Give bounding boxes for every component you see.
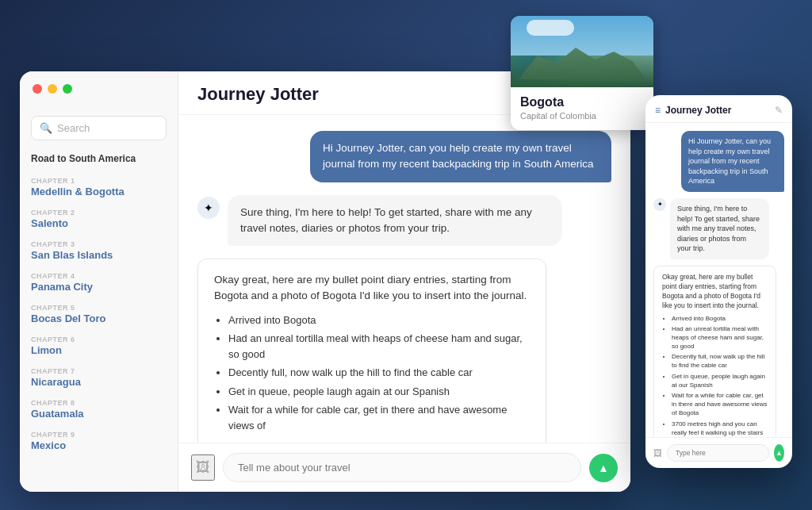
sidebar-chapter-item[interactable]: CHAPTER 6 Limon: [20, 332, 178, 364]
input-bar: 🖼 ▲: [178, 443, 630, 492]
chapter-list: CHAPTER 1 Medellin & Bogotta CHAPTER 2 S…: [20, 174, 178, 459]
bogota-card: Bogota Capital of Colombia: [511, 16, 653, 130]
sidebar-chapter-item[interactable]: CHAPTER 2 Salento: [20, 205, 178, 237]
bogota-info: Bogota Capital of Colombia: [511, 87, 653, 130]
phone-user-message-1: Hi Journey Jotter, can you help create m…: [681, 131, 784, 192]
phone-ai-bubble-1: Sure thing, I'm here to help! To get sta…: [670, 198, 769, 259]
ai-message-1: ✦ Sure thing, I'm here to help! To get s…: [197, 195, 562, 247]
phone-diary-card: Okay great, here are my bullet point dia…: [653, 266, 776, 437]
send-button[interactable]: ▲: [589, 454, 618, 482]
chapter-label: CHAPTER 7: [31, 367, 167, 375]
sidebar-chapter-item[interactable]: CHAPTER 8 Guatamala: [20, 396, 178, 428]
diary-item: Get in queue, people laugh again at our …: [228, 384, 530, 400]
phone-photo-icon[interactable]: 🖼: [653, 448, 662, 458]
phone-diary-intro: Okay great, here are my bullet point dia…: [662, 273, 768, 311]
search-box[interactable]: 🔍 Search: [31, 116, 167, 140]
phone-send-button[interactable]: ▲: [774, 444, 784, 462]
diary-item: Decently full, now walk up the hill to f…: [228, 365, 530, 381]
search-icon: 🔍: [40, 122, 52, 134]
chapter-title[interactable]: Panama City: [31, 281, 167, 293]
bogota-city-name: Bogota: [520, 95, 644, 109]
chapter-label: CHAPTER 9: [31, 431, 167, 439]
phone-diary-list: Arrived into BogotaHad an unreal tortill…: [662, 314, 768, 438]
chapter-label: CHAPTER 3: [31, 240, 167, 248]
chapter-label: CHAPTER 5: [31, 304, 167, 312]
chapter-title[interactable]: Salento: [31, 217, 167, 229]
phone-diary-item: Arrived into Bogota: [672, 314, 768, 323]
phone-input-bar: 🖼 ▲: [645, 437, 792, 468]
sidebar: 🔍 Search Road to South America CHAPTER 1…: [20, 71, 178, 492]
sidebar-chapter-item[interactable]: CHAPTER 5 Bocas Del Toro: [20, 301, 178, 332]
chapter-title[interactable]: San Blas Islands: [31, 249, 167, 261]
phone-edit-icon[interactable]: ✎: [775, 105, 783, 116]
sidebar-chapter-item[interactable]: CHAPTER 9 Mexico: [20, 428, 178, 459]
phone-menu-icon[interactable]: ≡: [655, 105, 661, 116]
phone-chat-input[interactable]: [667, 444, 769, 462]
diary-item: Had an unreal tortilla meal with heaps o…: [228, 331, 530, 362]
chapter-label: CHAPTER 2: [31, 209, 167, 217]
maximize-button[interactable]: [63, 84, 72, 94]
chapter-title[interactable]: Nicaragua: [31, 376, 167, 388]
diary-item: Wait for a while for cable car, get in t…: [228, 402, 530, 433]
main-content: Journey Jotter Hi Journey Jotter, can yo…: [178, 71, 630, 492]
chapter-title[interactable]: Limon: [31, 344, 167, 356]
ai-avatar: ✦: [197, 197, 220, 219]
chapter-title[interactable]: Guatamala: [31, 408, 167, 420]
phone-window: ≡ Journey Jotter ✎ Hi Journey Jotter, ca…: [645, 95, 792, 468]
phone-title: Journey Jotter: [665, 105, 731, 116]
chapter-title[interactable]: Medellin & Bogotta: [31, 186, 167, 197]
window-controls: [33, 84, 72, 94]
phone-chat: Hi Journey Jotter, can you help create m…: [645, 123, 792, 437]
diary-list: Arrived into BogotaHad an unreal tortill…: [214, 313, 530, 434]
main-window: 🔍 Search Road to South America CHAPTER 1…: [20, 71, 630, 492]
chapter-title[interactable]: Bocas Del Toro: [31, 313, 167, 324]
chapter-title[interactable]: Mexico: [31, 439, 167, 451]
chapter-label: CHAPTER 8: [31, 399, 167, 407]
phone-ai-avatar: ✦: [653, 198, 666, 211]
ai-bubble-1: Sure thing, I'm here to help! To get sta…: [228, 195, 562, 247]
minimize-button[interactable]: [48, 84, 57, 94]
search-label: Search: [57, 122, 90, 134]
bogota-city-subtitle: Capital of Colombia: [520, 111, 644, 121]
phone-diary-item: Wait for a while for cable car, get in t…: [672, 391, 768, 418]
diary-card: Okay great, here are my bullet point dia…: [197, 259, 546, 443]
sidebar-chapter-item[interactable]: CHAPTER 1 Medellin & Bogotta: [20, 174, 178, 205]
chat-input[interactable]: [223, 453, 581, 482]
chapter-label: CHAPTER 4: [31, 272, 167, 280]
phone-header: ≡ Journey Jotter ✎: [645, 95, 792, 123]
diary-item: Arrived into Bogota: [228, 313, 530, 328]
chapter-label: CHAPTER 1: [31, 177, 167, 185]
close-button[interactable]: [33, 84, 42, 94]
sidebar-section-title: Road to South America: [20, 153, 178, 174]
chat-area: Hi Journey Jotter, can you help create m…: [178, 115, 630, 443]
chapter-label: CHAPTER 6: [31, 336, 167, 343]
phone-diary-item: Decently full, now walk up the hill to f…: [672, 352, 768, 370]
phone-diary-item: 3700 metres high and you can really feel…: [672, 420, 768, 437]
sidebar-chapter-item[interactable]: CHAPTER 7 Nicaragua: [20, 364, 178, 396]
sidebar-chapter-item[interactable]: CHAPTER 4 Panama City: [20, 269, 178, 301]
phone-diary-item: Get in queue, people laugh again at our …: [672, 372, 768, 389]
phone-diary-item: Had an unreal tortilla meal with heaps o…: [672, 324, 768, 351]
sidebar-chapter-item[interactable]: CHAPTER 3 San Blas Islands: [20, 237, 178, 269]
phone-ai-message-1: ✦ Sure thing, I'm here to help! To get s…: [653, 198, 769, 259]
user-message-1: Hi Journey Jotter, can you help create m…: [310, 131, 611, 182]
bogota-image: [511, 16, 653, 87]
photo-upload-button[interactable]: 🖼: [191, 454, 215, 481]
diary-intro: Okay great, here are my bullet point dia…: [214, 272, 530, 305]
